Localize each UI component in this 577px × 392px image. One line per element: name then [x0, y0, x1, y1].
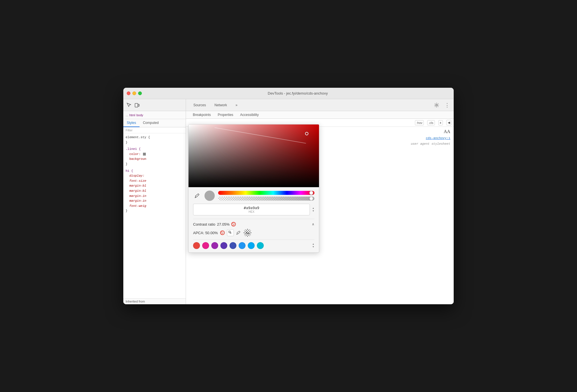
swatches-arrow-down[interactable]: ▼	[312, 246, 314, 248]
filter-bar: Filter	[123, 127, 186, 133]
swatch-purple[interactable]	[211, 242, 218, 249]
swatch-deep-purple[interactable]	[220, 242, 227, 249]
swatch-light-blue[interactable]	[248, 242, 255, 249]
dom-breadcrumb: ... html body	[123, 111, 186, 119]
tab-styles[interactable]: Styles	[123, 119, 140, 127]
alpha-slider[interactable]	[218, 197, 314, 201]
swatches-arrow-up[interactable]: ▲	[312, 243, 314, 245]
color-picker-body: #a9a9a9 HEX ▲ ▼ Contrast ratio 27.05%	[189, 187, 319, 252]
right-toolbar: Sources Network » ⋮	[186, 99, 454, 111]
aa-preview-button[interactable]: Aa	[244, 229, 251, 237]
css-prop-margin-block-end: margin-bl	[129, 189, 146, 193]
color-picker: #a9a9a9 HEX ▲ ▼ Contrast ratio 27.05%	[188, 124, 319, 253]
aa-text: Aa	[245, 231, 249, 234]
svg-rect-0	[135, 103, 138, 107]
devtools-toolbar	[123, 99, 186, 111]
hex-arrow-down[interactable]: ▼	[312, 210, 314, 212]
tab-accessibility[interactable]: Accessibility	[237, 111, 262, 119]
css-selector-element: element.sty	[126, 136, 146, 139]
tab-properties[interactable]: Properties	[214, 111, 237, 119]
contrast-value: 27.05%	[217, 222, 230, 226]
contrast-section: Contrast ratio 27.05% ⃠ ∧ APCA: 50.00% ⃠	[193, 219, 314, 237]
svg-line-3	[215, 128, 306, 143]
arrow-button[interactable]: ◀	[446, 120, 451, 125]
css-prop-background: backgroun	[129, 157, 146, 161]
breadcrumb-html[interactable]: html	[129, 113, 135, 117]
close-button[interactable]	[127, 91, 130, 95]
cls-button[interactable]: .cls	[427, 120, 435, 125]
css-rule-h1: h1 { display: font-size margin-bl margin…	[126, 169, 183, 214]
contrast-row: Contrast ratio 27.05% ⃠ ∧	[193, 222, 314, 226]
hex-arrow-up[interactable]: ▲	[312, 207, 314, 209]
color-gradient-area[interactable]	[189, 124, 319, 187]
css-selector-h1: h1 {	[126, 169, 133, 173]
left-panel: ... html body Styles Computed Filter ele…	[123, 99, 186, 304]
swatch-blue[interactable]	[239, 242, 245, 249]
add-rule-button[interactable]: +	[438, 120, 443, 125]
user-agent-text: user agent stylesheet	[411, 142, 450, 146]
swatch-red[interactable]	[193, 242, 200, 249]
sliders-row	[193, 191, 314, 201]
apca-eyedropper-icon[interactable]	[236, 230, 241, 236]
tab-computed[interactable]: Computed	[140, 119, 162, 127]
apca-row: APCA: 50.00% ⃠	[193, 229, 314, 237]
more-menu-icon[interactable]: ⋮	[443, 102, 450, 109]
inherited-from: Inherited from	[123, 298, 186, 304]
color-swatch-inline[interactable]	[143, 153, 146, 156]
css-prop-font-weight: font-weig	[129, 204, 146, 208]
svg-rect-4	[229, 231, 230, 232]
contrast-chevron-up[interactable]: ∧	[312, 222, 314, 226]
panel-tabs: Styles Computed	[123, 119, 186, 127]
tab-network[interactable]: Network	[210, 101, 231, 109]
sub-tabs: Breakpoints Properties Accessibility	[186, 111, 454, 119]
alpha-gradient	[218, 197, 314, 201]
apca-value: 50.00%	[205, 231, 218, 235]
hov-button[interactable]: :hov	[415, 120, 424, 125]
hex-value[interactable]: #a9a9a9	[244, 206, 259, 210]
css-prop-font-size: font-size	[129, 179, 146, 183]
breadcrumb-dots: ...	[126, 113, 128, 117]
eyedropper-icon[interactable]	[193, 192, 201, 200]
css-prop-margin-block-start: margin-bl	[129, 184, 146, 187]
device-toolbar-icon[interactable]	[134, 102, 140, 109]
css-rule-element-style: element.sty { }	[126, 135, 183, 145]
gradient-diagonal	[189, 124, 319, 187]
filter-text[interactable]: Filter	[126, 128, 183, 132]
source-link[interactable]: cds-anchovy:1	[426, 136, 450, 140]
tab-sources[interactable]: Sources	[189, 101, 210, 109]
svg-rect-1	[138, 104, 139, 106]
swatch-pink[interactable]	[202, 242, 209, 249]
swatch-indigo[interactable]	[230, 242, 236, 249]
sliders-stack	[218, 191, 314, 201]
hue-slider[interactable]	[218, 191, 314, 195]
css-rule-line1: .line1 { color: backgroun }	[126, 147, 183, 167]
devtools-body: ... html body Styles Computed Filter ele…	[123, 99, 454, 304]
tab-more[interactable]: »	[232, 101, 242, 109]
maximize-button[interactable]	[138, 91, 142, 95]
contrast-label: Contrast ratio 27.05% ⃠	[193, 222, 236, 226]
hue-thumb[interactable]	[309, 191, 313, 195]
swatch-cyan[interactable]	[257, 242, 264, 249]
css-selector-line1: .line1 {	[126, 147, 141, 151]
hex-spinner: ▲ ▼	[312, 207, 314, 212]
alpha-thumb[interactable]	[309, 197, 313, 201]
devtools-window: DevTools - jec.fyi/demo/cds-anchovy	[123, 88, 454, 304]
contrast-no-icon: ⃠	[231, 222, 236, 226]
right-toolbar-icons: ⋮	[433, 102, 450, 109]
apca-label: APCA: 50.00%	[193, 231, 218, 235]
hex-row: #a9a9a9 HEX ▲ ▼	[193, 204, 314, 215]
swatches-row: ▲ ▼	[193, 240, 314, 249]
hex-label: HEX	[249, 210, 255, 213]
settings-icon[interactable]	[433, 102, 440, 109]
breadcrumb-body[interactable]: body	[136, 113, 143, 117]
font-size-icon: AA	[444, 129, 450, 134]
css-prop-margin-inline-start: margin-in	[129, 194, 146, 198]
inspector-icon[interactable]	[126, 102, 132, 109]
tab-breakpoints[interactable]: Breakpoints	[189, 111, 214, 119]
contrast-label-text: Contrast ratio	[193, 222, 215, 226]
apca-no-icon: ⃠	[220, 230, 225, 235]
minimize-button[interactable]	[132, 91, 136, 95]
swatches-arrow: ▲ ▼	[312, 243, 314, 248]
apca-layers-icon[interactable]	[227, 229, 234, 236]
css-prop-display: display:	[129, 174, 144, 177]
